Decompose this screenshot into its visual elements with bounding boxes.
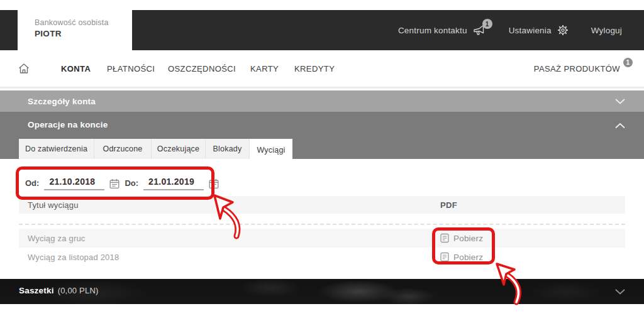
- saszetki-label: Saszetki(0,00 PLN): [19, 286, 99, 295]
- statement-title: Wyciąg za listopad 2018: [28, 253, 119, 262]
- tab-wyciagi[interactable]: Wyciągi: [250, 139, 292, 161]
- home-icon[interactable]: [18, 62, 30, 77]
- chevron-down-icon: [615, 286, 625, 297]
- banking-page: Bankowość osobista PIOTR Centrum kontakt…: [0, 0, 644, 316]
- nav-item-karty[interactable]: KARTY: [250, 64, 279, 74]
- statements-table-header: Tytuł wyciągu PDF: [19, 196, 625, 214]
- statement-row: Wyciąg za listopad 2018 Pobierz: [19, 248, 625, 266]
- topbar-actions: Centrum kontaktu 1 Ustawienia: [398, 10, 622, 50]
- dotted-separator: [19, 224, 625, 225]
- account-type-tab[interactable]: Bankowość osobista PIOTR: [18, 10, 132, 50]
- logout-label: Wyloguj: [591, 26, 622, 35]
- column-title-label: Tytuł wyciągu: [28, 200, 79, 210]
- account-owner-name: PIOTR: [35, 29, 132, 38]
- calendar-icon[interactable]: [109, 178, 119, 189]
- nav-item-oszczednosci[interactable]: OSZCZĘDNOŚCI: [168, 64, 236, 74]
- contact-center-label: Centrum kontaktu: [398, 26, 467, 35]
- download-link[interactable]: Pobierz: [440, 233, 483, 243]
- products-badge: 1: [623, 58, 633, 67]
- date-to-input[interactable]: [143, 177, 204, 190]
- section-account-details-title: Szczegóły konta: [28, 97, 96, 106]
- calendar-icon[interactable]: [209, 178, 219, 189]
- tab-do-zatwierdzenia[interactable]: Do zatwierdzenia: [19, 139, 94, 159]
- statements-panel: Od: Do:: [0, 159, 644, 279]
- main-nav: KONTA PŁATNOŚCI OSZCZĘDNOŚCI KARTY KREDY…: [0, 50, 644, 89]
- column-pdf-label: PDF: [440, 200, 457, 210]
- settings-button[interactable]: Ustawienia: [509, 25, 569, 36]
- settings-label: Ustawienia: [509, 26, 552, 35]
- download-label: Pobierz: [453, 234, 483, 243]
- tab-odrzucone[interactable]: Odrzucone: [94, 139, 152, 159]
- nav-item-konta[interactable]: KONTA: [61, 64, 91, 74]
- date-from-label: Od:: [25, 178, 39, 188]
- section-operations-title: Operacje na koncie: [28, 120, 108, 129]
- section-saszetki[interactable]: Saszetki(0,00 PLN): [0, 279, 644, 304]
- chevron-down-icon: [615, 95, 625, 107]
- section-operations[interactable]: Operacje na koncie Do zatwierdzenia Odrz…: [0, 112, 644, 159]
- tab-blokady[interactable]: Blokady: [206, 139, 250, 159]
- contact-center-button[interactable]: Centrum kontaktu 1: [398, 25, 486, 36]
- account-type-label: Bankowość osobista: [35, 18, 132, 27]
- gear-icon: [557, 25, 569, 36]
- date-to-label: Do:: [125, 178, 138, 188]
- contact-badge: 1: [482, 19, 492, 29]
- document-icon: [440, 252, 449, 262]
- nav-item-kredyty[interactable]: KREDYTY: [294, 64, 335, 74]
- download-link[interactable]: Pobierz: [440, 252, 483, 262]
- tab-oczekujace[interactable]: Oczekujące: [152, 139, 206, 159]
- statement-title: Wyciąg za gruc: [28, 234, 86, 243]
- section-account-details[interactable]: Szczegóły konta: [0, 90, 644, 112]
- top-margin: [0, 0, 644, 10]
- nav-item-platnosci[interactable]: PŁATNOŚCI: [107, 64, 155, 74]
- chevron-up-icon: [615, 120, 625, 131]
- date-from-input[interactable]: [44, 177, 104, 190]
- products-label: PASAŻ PRODUKTÓW: [534, 64, 620, 74]
- megaphone-icon: 1: [473, 25, 486, 36]
- document-icon: [440, 233, 449, 243]
- nav-item-pasaz-produktow[interactable]: PASAŻ PRODUKTÓW 1: [534, 64, 620, 74]
- logout-button[interactable]: Wyloguj: [591, 26, 622, 35]
- saszetki-amount: (0,00 PLN): [58, 286, 99, 295]
- bottom-margin: [0, 304, 644, 316]
- statement-row: Wyciąg za gruc Pobierz: [19, 229, 625, 248]
- date-filter-row: Od: Do:: [25, 177, 223, 190]
- top-bar: Bankowość osobista PIOTR Centrum kontakt…: [0, 10, 644, 50]
- operations-tab-strip: Do zatwierdzenia Odrzucone Oczekujące Bl…: [19, 139, 292, 159]
- download-label: Pobierz: [453, 253, 483, 262]
